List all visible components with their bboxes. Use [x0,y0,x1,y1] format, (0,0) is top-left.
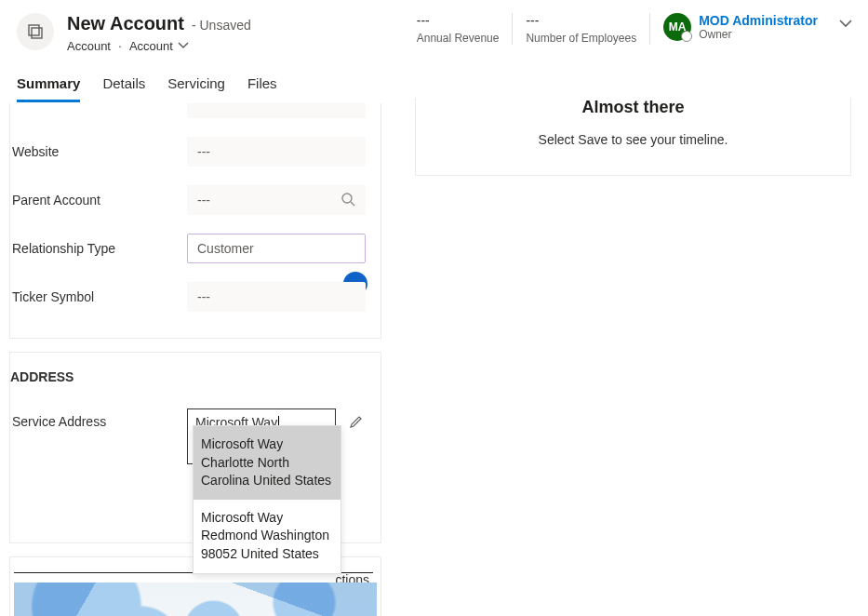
stat-value: --- [526,13,636,30]
record-status: - Unsaved [192,18,251,33]
tab-details[interactable]: Details [102,66,145,102]
field-value: --- [197,144,210,159]
separator-dot: · [118,38,122,53]
field-label: Service Address [10,408,187,429]
field-website: Website --- [10,127,373,176]
header-stats: --- Annual Revenue --- Number of Employe… [404,13,851,45]
ticker-symbol-input[interactable]: --- [187,282,366,312]
parent-account-lookup[interactable]: --- [187,185,366,215]
owner-name: MOD Administrator [699,13,818,28]
tab-servicing[interactable]: Servicing [167,66,225,102]
chevron-down-icon[interactable] [838,19,851,26]
section-heading: ADDRESS [10,353,373,392]
stat-value: --- [417,13,500,30]
record-title: New Account [67,13,184,34]
svg-rect-0 [29,25,39,35]
website-input[interactable]: --- [187,137,366,167]
field-relationship-type: Relationship Type Customer [10,224,373,273]
owner-block[interactable]: MA MOD Administrator Owner [650,13,825,41]
tab-summary[interactable]: Summary [17,66,80,102]
address-suggestion-dropdown: Microsoft Way Charlotte North Carolina U… [193,425,341,574]
timeline-heading: Almost there [416,98,850,117]
field-parent-account: Parent Account --- [10,176,373,224]
general-section: Website --- Parent Account --- [9,103,381,339]
field-label: Ticker Symbol [10,289,187,304]
map-preview[interactable]: ~CΙΛ [14,583,377,616]
relationship-type-select[interactable]: Customer [187,234,366,263]
field-label: Parent Account [10,193,187,208]
timeline-panel: Almost there Select Save to see your tim… [415,98,851,176]
timeline-body: Select Save to see your timeline. [416,132,850,147]
form-switcher[interactable]: Account [129,39,191,53]
stat-label: Number of Employees [526,32,636,45]
entity-name[interactable]: Account [67,39,111,53]
address-suggestion-item[interactable]: Microsoft Way Redmond Washington 98052 U… [194,500,341,573]
stat-annual-revenue[interactable]: --- Annual Revenue [404,13,514,45]
chevron-down-icon [178,42,191,49]
stat-employees[interactable]: --- Number of Employees [513,13,650,45]
form-switcher-label: Account [129,39,173,53]
field-value: --- [197,193,210,208]
svg-point-2 [342,194,352,203]
svg-rect-1 [32,28,42,38]
stat-label: Annual Revenue [417,32,500,45]
address-suggestion-item[interactable]: Microsoft Way Charlotte North Carolina U… [194,426,341,500]
owner-role: Owner [699,28,818,41]
avatar: MA [663,13,691,41]
edit-icon[interactable] [349,414,364,432]
field-ticker-symbol: Ticker Symbol --- [10,273,373,321]
search-icon[interactable] [341,192,355,209]
field-label: Relationship Type [10,241,187,256]
partial-field[interactable] [187,103,366,118]
tab-files[interactable]: Files [247,66,277,102]
field-label: Website [10,144,187,159]
placeholder-text: Customer [197,241,254,256]
record-header: New Account - Unsaved Account · Account … [0,0,868,59]
address-section: ADDRESS Service Address Microsoft Way Mi… [9,352,381,543]
svg-line-3 [351,202,354,206]
entity-icon [17,13,54,50]
field-value: --- [197,289,210,304]
